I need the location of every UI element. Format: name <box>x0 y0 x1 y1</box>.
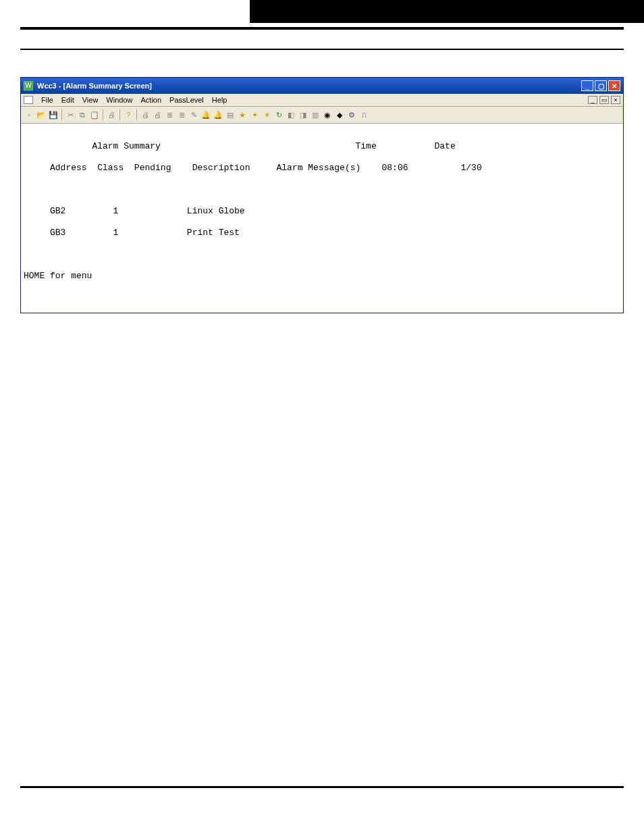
wand-a-icon[interactable]: ★ <box>237 109 248 120</box>
summary-blank-line <box>24 184 620 195</box>
summary-row-0: GB2 1 Linux Globe <box>24 206 620 217</box>
bell-b-icon[interactable]: 🔔 <box>213 109 223 120</box>
stack-b-icon[interactable]: ≣ <box>176 109 187 120</box>
window-maximize-button[interactable]: ▢ <box>595 80 607 91</box>
header-rule-thick <box>20 27 624 30</box>
refresh-icon[interactable]: ↻ <box>273 109 284 120</box>
menu-file[interactable]: File <box>37 96 57 104</box>
mdi-minimize-button[interactable]: _ <box>588 96 597 104</box>
toolbar-separator <box>136 109 137 120</box>
star-icon[interactable]: ✶ <box>261 109 272 120</box>
tool-a-icon[interactable]: ◧ <box>286 109 296 120</box>
print-icon[interactable]: 🖨 <box>106 109 117 120</box>
header-rule-thin <box>20 49 624 50</box>
menu-passlevel[interactable]: PassLevel <box>165 96 208 104</box>
alarm-summary-screen: Alarm Summary Time Date Address Class Pe… <box>21 124 623 313</box>
screen-icon[interactable]: ▤ <box>225 109 236 120</box>
save-icon[interactable]: 💾 <box>48 109 59 120</box>
camera-icon[interactable]: ◉ <box>322 109 333 120</box>
summary-columns-line: Address Class Pending Description Alarm … <box>24 163 620 174</box>
menu-action[interactable]: Action <box>136 96 165 104</box>
titlebar: W Wcc3 - [Alarm Summary Screen] _ ▢ ✕ <box>21 78 623 94</box>
window-minimize-button[interactable]: _ <box>581 80 593 91</box>
toolbar-separator <box>103 109 103 120</box>
summary-row-1: GB3 1 Print Test <box>24 228 620 238</box>
header-black-bar <box>250 0 644 23</box>
new-file-icon[interactable]: ▫ <box>24 109 34 120</box>
tool-b-icon[interactable]: ◨ <box>298 109 308 120</box>
knob-a-icon[interactable]: ⚙ <box>346 109 357 120</box>
mdi-close-button[interactable]: × <box>611 96 620 104</box>
toolbar-separator <box>119 109 120 120</box>
footer-rule <box>20 786 624 788</box>
window-controls: _ ▢ ✕ <box>581 80 620 91</box>
summary-heading-line: Alarm Summary Time Date <box>24 141 620 152</box>
menu-help[interactable]: Help <box>208 96 232 104</box>
dot-icon[interactable]: ◆ <box>334 109 345 120</box>
copy-icon[interactable]: ⧉ <box>77 109 88 120</box>
window-close-button[interactable]: ✕ <box>608 80 620 91</box>
menu-window[interactable]: Window <box>102 96 136 104</box>
window-title: Wcc3 - [Alarm Summary Screen] <box>37 82 152 90</box>
printer-b-icon[interactable]: 🖨 <box>152 109 163 120</box>
app-window: W Wcc3 - [Alarm Summary Screen] _ ▢ ✕ Fi… <box>20 77 624 313</box>
toolbar: ▫📂💾✂⧉📋🖨?🖨🖨≣≣✎🔔🔔▤★✦✶↻◧◨▥◉◆⚙⎍ <box>21 107 623 124</box>
mdi-window-controls: _ ▭ × <box>588 96 620 104</box>
stack-a-icon[interactable]: ≣ <box>164 109 175 120</box>
toolbar-separator <box>61 109 62 120</box>
open-folder-icon[interactable]: 📂 <box>36 109 47 120</box>
wand-b-icon[interactable]: ✦ <box>249 109 260 120</box>
menu-view[interactable]: View <box>78 96 103 104</box>
menu-edit[interactable]: Edit <box>57 96 78 104</box>
page-root: W Wcc3 - [Alarm Summary Screen] _ ▢ ✕ Fi… <box>0 0 644 815</box>
bell-a-icon[interactable]: 🔔 <box>200 109 211 120</box>
page-icon[interactable]: ▥ <box>310 109 321 120</box>
menubar: File Edit View Window Action PassLevel H… <box>21 94 623 107</box>
app-icon-letter: W <box>25 82 31 89</box>
printer-a-icon[interactable]: 🖨 <box>140 109 151 120</box>
app-icon: W <box>24 81 33 90</box>
mdi-restore-button[interactable]: ▭ <box>599 96 609 104</box>
paste-icon[interactable]: 📋 <box>89 109 100 120</box>
knob-b-icon[interactable]: ⎍ <box>358 109 369 120</box>
help-icon[interactable]: ? <box>123 109 134 120</box>
summary-blank-line-2 <box>24 249 620 260</box>
cut-icon[interactable]: ✂ <box>65 109 76 120</box>
write-icon[interactable]: ✎ <box>188 109 199 120</box>
document-icon <box>24 96 33 104</box>
summary-footer-line: HOME for menu <box>24 271 620 282</box>
